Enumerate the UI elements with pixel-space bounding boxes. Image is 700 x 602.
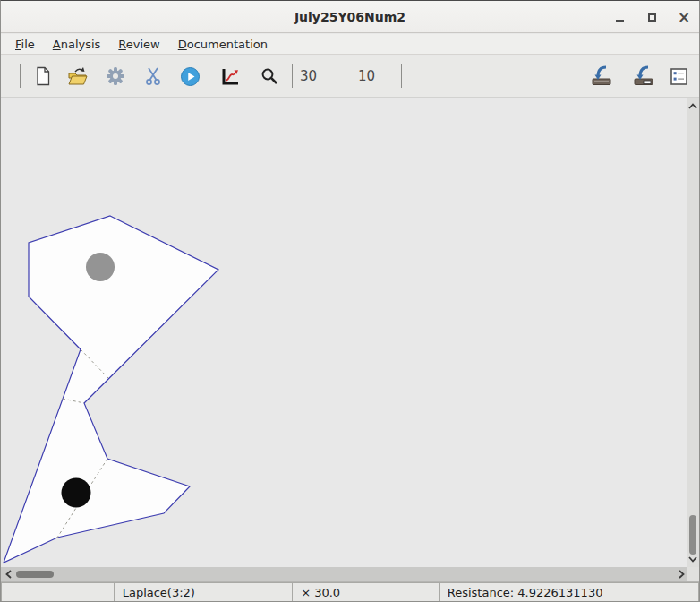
chevron-up-icon	[688, 103, 697, 109]
step-value-field[interactable]: 10	[358, 68, 375, 84]
menu-review[interactable]: Review	[109, 36, 168, 53]
toolbar-separator	[292, 64, 293, 88]
minimize-icon	[616, 20, 624, 22]
play-icon	[181, 67, 200, 86]
maximize-button[interactable]	[642, 7, 662, 27]
vertical-scroll-thumb[interactable]	[689, 515, 696, 555]
close-button[interactable]: ×	[674, 7, 694, 27]
export-b-button[interactable]	[630, 63, 657, 90]
run-button[interactable]	[176, 63, 203, 90]
scrollbar-corner	[687, 567, 699, 581]
toolbar-separator	[346, 64, 346, 88]
status-cell-laplace: Laplace(3:2)	[114, 582, 292, 602]
toolbar: 30 10	[1, 56, 699, 98]
horizontal-scrollbar[interactable]	[1, 567, 688, 581]
scissors-icon	[144, 66, 162, 86]
properties-icon	[670, 68, 687, 85]
scroll-left-button[interactable]	[2, 567, 14, 581]
grid-value-field[interactable]: 30	[300, 68, 317, 84]
toolbar-separator	[401, 64, 402, 88]
open-folder-icon	[67, 66, 89, 86]
status-cell-empty	[1, 582, 114, 602]
chevron-down-icon	[688, 556, 697, 563]
titlebar: July25Y06Num2 ×	[1, 1, 699, 33]
status-cell-scale: × 30.0	[292, 582, 439, 602]
search-icon	[260, 67, 279, 86]
export-drive-icon	[590, 65, 613, 87]
vertical-scrollbar[interactable]	[687, 98, 699, 567]
black-terminal-marker	[62, 478, 91, 508]
new-document-icon	[34, 66, 52, 86]
properties-button[interactable]	[665, 63, 692, 90]
window-title: July25Y06Num2	[295, 10, 405, 24]
chart-button[interactable]	[216, 63, 243, 90]
zoom-button[interactable]	[256, 63, 283, 90]
drawing-canvas[interactable]	[1, 98, 688, 567]
gray-terminal-marker	[86, 253, 115, 281]
minimize-button[interactable]	[610, 7, 629, 27]
open-file-button[interactable]	[64, 63, 91, 90]
menu-analysis[interactable]: Analysis	[44, 36, 110, 53]
export-a-button[interactable]	[588, 63, 615, 90]
chevron-right-icon	[679, 570, 685, 579]
horizontal-scroll-thumb[interactable]	[16, 571, 54, 578]
menu-documentation[interactable]: Documentation	[169, 36, 277, 53]
app-window: July25Y06Num2 × File Analysis Review Doc…	[0, 0, 700, 602]
gear-icon	[106, 66, 125, 86]
window-controls: ×	[610, 1, 694, 33]
maximize-icon	[648, 13, 656, 22]
chevron-left-icon	[5, 570, 12, 579]
cut-button[interactable]	[140, 63, 166, 90]
export-drive-icon	[632, 65, 655, 87]
close-icon: ×	[678, 10, 690, 25]
scroll-up-button[interactable]	[687, 99, 699, 112]
menubar: File Analysis Review Documentation	[1, 34, 699, 55]
statusbar: Laplace(3:2) × 30.0 Resistance: 4.922613…	[1, 581, 699, 602]
settings-button[interactable]	[102, 63, 129, 90]
status-cell-resistance: Resistance: 4.9226131130	[439, 582, 699, 602]
new-document-button[interactable]	[30, 63, 56, 90]
drawing-svg	[1, 98, 688, 567]
scroll-right-button[interactable]	[675, 567, 687, 581]
scroll-down-button[interactable]	[687, 553, 699, 565]
chart-icon	[220, 67, 239, 86]
menu-file[interactable]: File	[6, 36, 44, 53]
toolbar-separator	[20, 64, 21, 88]
